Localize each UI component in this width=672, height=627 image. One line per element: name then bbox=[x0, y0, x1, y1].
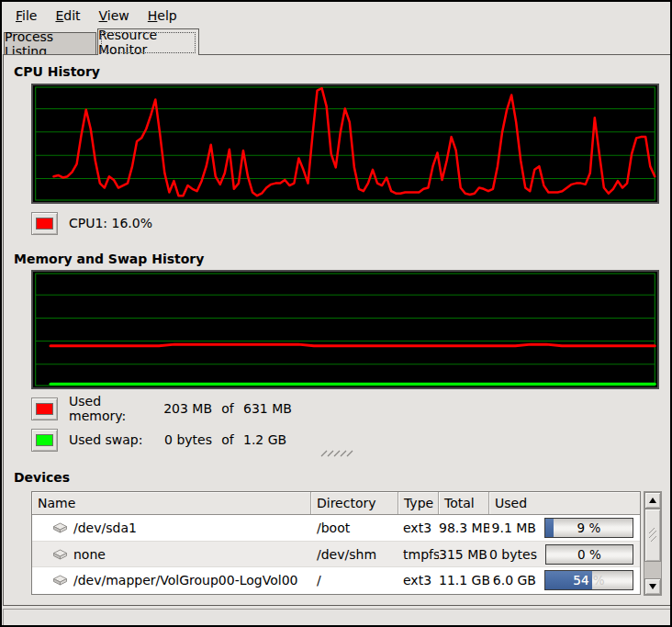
swap-total-value: 1.2 GB bbox=[243, 432, 286, 447]
usage-percent-label: 9 % bbox=[545, 519, 633, 537]
menu-view[interactable]: View bbox=[94, 6, 135, 26]
usage-progress-bar: 54 %54 % bbox=[544, 570, 633, 590]
scrollbar-down-button[interactable] bbox=[644, 578, 661, 595]
memory-of-label: of bbox=[212, 401, 243, 416]
device-type: ext3 bbox=[398, 521, 439, 535]
up-arrow-icon bbox=[649, 498, 656, 503]
device-used-value: 9.1 MB bbox=[489, 521, 536, 535]
device-total: 315 MB bbox=[439, 547, 489, 562]
system-monitor-window: File Edit View Help Process Listing Reso… bbox=[0, 0, 672, 627]
device-used-value: 0 bytes bbox=[489, 547, 537, 562]
device-used: 0 bytes0 %0 % bbox=[489, 544, 640, 565]
device-used: 6.0 GB54 %54 % bbox=[489, 570, 640, 590]
tab-resource-monitor[interactable]: Resource Monitor bbox=[97, 28, 199, 55]
device-used-value: 6.0 GB bbox=[489, 573, 536, 588]
device-type: ext3 bbox=[398, 573, 439, 588]
device-name-text: none bbox=[73, 547, 106, 562]
device-row[interactable]: /dev/mapper/VolGroup00-LogVol00/ext311.1… bbox=[32, 566, 640, 592]
column-header-total[interactable]: Total bbox=[439, 492, 489, 514]
devices-title: Devices bbox=[14, 470, 70, 485]
device-directory: /boot bbox=[311, 521, 398, 535]
cpu-graph-canvas bbox=[33, 85, 657, 202]
swap-color-swatch-button[interactable] bbox=[31, 429, 58, 452]
device-total: 98.3 MB bbox=[439, 521, 489, 535]
pane-splitter-handle[interactable] bbox=[4, 449, 670, 457]
column-header-name[interactable]: Name bbox=[32, 492, 311, 514]
disk-icon bbox=[52, 548, 68, 561]
usage-progress-bar: 9 %9 % bbox=[544, 518, 633, 538]
menu-help[interactable]: Help bbox=[142, 6, 183, 26]
device-used: 9.1 MB9 %9 % bbox=[489, 518, 640, 538]
splitter-grip-icon bbox=[320, 450, 353, 457]
memory-history-graph bbox=[31, 270, 659, 389]
memory-used-value: 203 MB bbox=[161, 401, 212, 416]
tab-label: Resource Monitor bbox=[98, 28, 198, 57]
menu-file[interactable]: File bbox=[10, 6, 42, 26]
usage-percent-label: 0 % bbox=[546, 545, 633, 564]
scrollbar-up-button[interactable] bbox=[644, 492, 661, 509]
devices-vertical-scrollbar[interactable] bbox=[644, 491, 662, 596]
graph-line-used-memory bbox=[50, 344, 655, 346]
graph-line-cpu1 bbox=[53, 88, 655, 196]
usage-progress-bar: 0 %0 % bbox=[545, 544, 633, 565]
menu-edit[interactable]: Edit bbox=[50, 6, 85, 26]
memory-color-swatch-button[interactable] bbox=[31, 397, 58, 420]
device-row[interactable]: /dev/sda1/bootext398.3 MB9.1 MB9 %9 % bbox=[32, 515, 640, 541]
swap-color-swatch bbox=[36, 434, 53, 446]
scrollbar-track[interactable] bbox=[644, 562, 661, 578]
column-header-type[interactable]: Type bbox=[398, 492, 439, 514]
memory-history-title: Memory and Swap History bbox=[14, 252, 204, 266]
device-name: none bbox=[32, 547, 311, 562]
column-header-used[interactable]: Used bbox=[489, 492, 640, 514]
down-arrow-icon bbox=[649, 584, 656, 589]
device-directory: / bbox=[311, 573, 398, 588]
device-row[interactable]: none/dev/shmtmpfs315 MB0 bytes0 %0 % bbox=[32, 541, 640, 566]
memory-graph-canvas bbox=[33, 272, 657, 387]
cpu-legend-label: CPU1: 16.0% bbox=[69, 216, 152, 230]
devices-table-body: /dev/sda1/bootext398.3 MB9.1 MB9 %9 %non… bbox=[32, 515, 640, 592]
disk-icon bbox=[52, 521, 68, 534]
devices-table: Name Directory Type Total Used /dev/sda1… bbox=[31, 491, 641, 595]
cpu-history-title: CPU History bbox=[14, 64, 100, 79]
tab-bar: Process Listing Resource Monitor bbox=[3, 28, 669, 54]
memory-legend-label: Used memory: bbox=[69, 394, 161, 423]
disk-icon bbox=[52, 574, 68, 587]
column-header-directory[interactable]: Directory bbox=[311, 492, 398, 514]
cpu-color-swatch bbox=[36, 218, 53, 230]
tab-process-listing[interactable]: Process Listing bbox=[4, 32, 96, 54]
devices-table-header: Name Directory Type Total Used bbox=[32, 492, 640, 515]
swap-of-label: of bbox=[212, 432, 243, 447]
status-bar bbox=[3, 609, 671, 626]
thumb-grip-icon bbox=[648, 528, 657, 543]
memory-color-swatch bbox=[36, 403, 53, 415]
device-name: /dev/mapper/VolGroup00-LogVol00 bbox=[32, 573, 311, 588]
device-type: tmpfs bbox=[398, 547, 439, 562]
scrollbar-thumb[interactable] bbox=[644, 509, 661, 562]
cpu-color-swatch-button[interactable] bbox=[31, 212, 58, 235]
device-total: 11.1 GB bbox=[439, 573, 489, 588]
swap-legend-label: Used swap: bbox=[69, 432, 161, 447]
menubar: File Edit View Help bbox=[2, 2, 670, 28]
swap-used-value: 0 bytes bbox=[161, 432, 212, 447]
device-name-text: /dev/sda1 bbox=[73, 521, 137, 535]
device-name-text: /dev/mapper/VolGroup00-LogVol00 bbox=[73, 573, 298, 588]
cpu-history-graph bbox=[31, 84, 659, 204]
memory-total-value: 631 MB bbox=[243, 401, 292, 416]
device-directory: /dev/shm bbox=[311, 547, 398, 562]
device-name: /dev/sda1 bbox=[32, 521, 311, 535]
resource-monitor-page: CPU History CPU1: 16.0% Memory and Swap … bbox=[3, 54, 671, 606]
